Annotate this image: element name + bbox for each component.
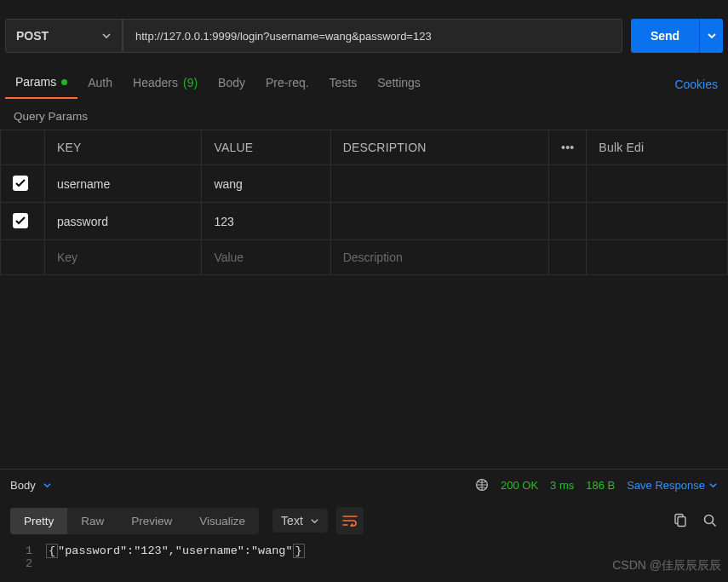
tab-label: Headers: [133, 76, 178, 89]
response-time: 3 ms: [550, 479, 574, 492]
line-number: 1: [0, 545, 46, 557]
watermark: CSDN @佳辰辰辰辰: [612, 558, 721, 573]
view-raw[interactable]: Raw: [67, 508, 118, 534]
format-label: Text: [281, 514, 303, 527]
wrap-lines-button[interactable]: [336, 507, 364, 534]
cell-value[interactable]: wang: [202, 165, 330, 203]
response-section-select[interactable]: Body: [10, 479, 52, 492]
save-response-label: Save Response: [627, 479, 705, 492]
cell-description[interactable]: [330, 203, 548, 240]
cell-key[interactable]: password: [45, 203, 202, 240]
response-section-label: Body: [10, 479, 36, 492]
col-checkbox: [1, 130, 45, 165]
params-table: KEY VALUE DESCRIPTION ••• Bulk Edi usern…: [0, 130, 728, 275]
cell-value[interactable]: 123: [202, 203, 330, 240]
chevron-down-icon: [708, 481, 718, 490]
row-checkbox[interactable]: [13, 213, 28, 228]
svg-rect-2: [678, 517, 685, 527]
bulk-edit-link[interactable]: Bulk Edi: [587, 130, 728, 165]
view-pretty[interactable]: Pretty: [10, 508, 67, 534]
table-row-new: Key Value Description: [1, 240, 728, 275]
tab-auth[interactable]: Auth: [77, 71, 123, 98]
response-size: 186 B: [586, 479, 615, 492]
send-button[interactable]: Send: [631, 19, 699, 53]
tab-label: Params: [15, 75, 56, 89]
active-dot-icon: [61, 79, 67, 85]
http-method-label: POST: [16, 29, 49, 43]
copy-icon[interactable]: [673, 513, 687, 528]
view-mode-tabs: Pretty Raw Preview Visualize: [10, 508, 259, 534]
send-dropdown-button[interactable]: [699, 19, 723, 53]
chevron-down-icon: [101, 31, 112, 41]
request-tabs: Params Auth Headers (9) Body Pre-req. Te…: [0, 58, 728, 100]
tab-body[interactable]: Body: [208, 71, 255, 98]
line-number: 2: [0, 557, 46, 570]
chevron-down-icon: [310, 516, 319, 526]
view-preview[interactable]: Preview: [118, 508, 186, 534]
svg-point-3: [705, 516, 714, 524]
url-input[interactable]: http://127.0.0.1:9999/login?username=wan…: [123, 19, 622, 53]
status-code: 200 OK: [501, 479, 538, 492]
query-params-title: Query Params: [0, 100, 728, 130]
cell-key[interactable]: username: [45, 165, 202, 203]
tab-prereq[interactable]: Pre-req.: [255, 71, 319, 98]
code-line: {"password":"123","username":"wang"}: [46, 545, 305, 557]
row-checkbox[interactable]: [13, 176, 28, 191]
col-value: VALUE: [202, 130, 330, 165]
key-placeholder-cell[interactable]: Key: [45, 240, 202, 275]
tab-params[interactable]: Params: [5, 70, 77, 99]
globe-icon[interactable]: [475, 478, 489, 492]
search-icon[interactable]: [702, 513, 718, 528]
view-visualize[interactable]: Visualize: [186, 508, 259, 534]
col-options-icon[interactable]: •••: [549, 130, 587, 165]
description-placeholder-cell[interactable]: Description: [330, 240, 548, 275]
tab-settings[interactable]: Settings: [367, 71, 431, 98]
headers-count: (9): [183, 76, 198, 89]
table-row: username wang: [1, 165, 728, 203]
http-method-select[interactable]: POST: [5, 19, 123, 53]
tab-headers[interactable]: Headers (9): [123, 71, 208, 98]
table-row: password 123: [1, 203, 728, 240]
url-text: http://127.0.0.1:9999/login?username=wan…: [135, 30, 432, 43]
chevron-down-icon: [707, 31, 717, 41]
col-description: DESCRIPTION: [330, 130, 548, 165]
value-placeholder-cell[interactable]: Value: [202, 240, 330, 275]
format-select[interactable]: Text: [272, 509, 328, 533]
col-key: KEY: [45, 130, 202, 165]
chevron-down-icon: [43, 481, 52, 490]
cookies-link[interactable]: Cookies: [674, 78, 723, 91]
save-response-button[interactable]: Save Response: [627, 479, 718, 492]
cell-description[interactable]: [330, 165, 548, 203]
tab-tests[interactable]: Tests: [319, 71, 368, 98]
